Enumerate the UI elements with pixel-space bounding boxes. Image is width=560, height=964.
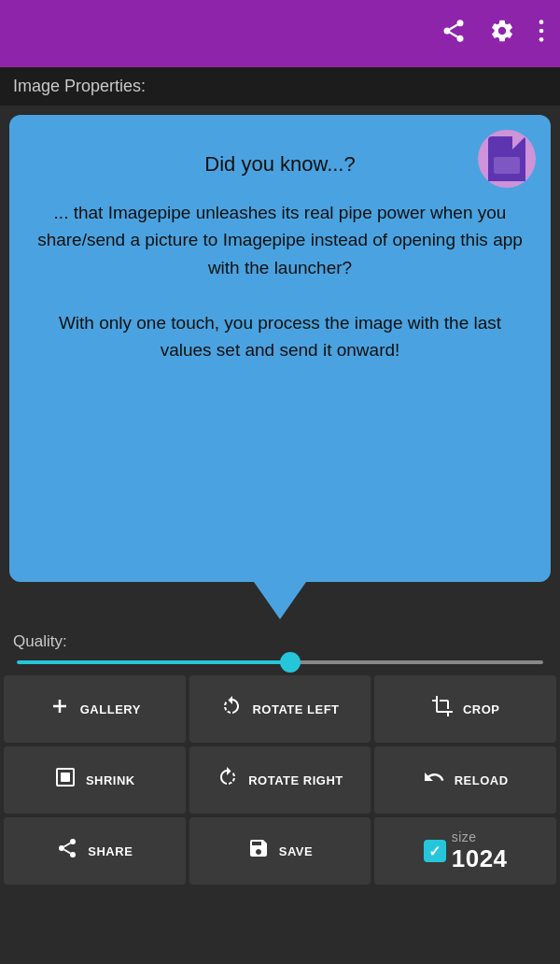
rotate-right-button[interactable]: ROTATE RIGHT [189,746,371,814]
svg-point-14 [70,852,76,858]
gallery-icon [49,695,71,723]
rotate-left-button[interactable]: ROTATE LEFT [189,675,371,743]
reload-button[interactable]: RELOAD [374,746,556,814]
share-button[interactable]: SHARE [4,817,186,885]
section-title: Image Properties: [13,77,146,95]
rotate-left-label: ROTATE LEFT [252,702,339,716]
shrink-button[interactable]: SHRINK [4,746,186,814]
info-card: Did you know...? ... that Imagepipe unle… [9,115,551,582]
svg-point-13 [59,845,64,851]
quality-section: Quality: [0,619,560,672]
bottom-row: SHARE SAVE ✓ size 1024 [0,817,560,888]
gallery-button[interactable]: GALLERY [4,675,186,743]
section-header: Image Properties: [0,67,560,106]
gallery-label: GALLERY [80,702,141,716]
shrink-label: SHRINK [86,773,135,787]
size-value: 1024 [452,844,508,873]
share-label: SHARE [88,844,133,858]
share-bottom-icon [56,837,78,865]
svg-point-12 [70,839,76,844]
crop-button[interactable]: CROP [374,675,556,743]
svg-point-0 [457,20,464,26]
svg-point-7 [539,37,544,42]
slider-container [13,660,547,664]
shrink-icon [54,766,77,794]
app-icon [478,130,536,188]
overflow-menu-icon[interactable] [538,18,545,50]
save-label: SAVE [279,844,313,858]
svg-point-2 [457,35,464,41]
svg-point-1 [444,27,451,34]
button-grid: GALLERY ROTATE LEFT CROP SHRINK [0,672,560,814]
rotate-right-label: ROTATE RIGHT [248,773,343,787]
share-icon[interactable] [441,18,467,50]
crop-icon [431,695,454,723]
size-checkbox: ✓ [424,840,446,862]
svg-point-6 [539,28,544,33]
size-box[interactable]: ✓ size 1024 [374,817,556,885]
bubble-tail [254,582,306,619]
save-icon [247,837,270,865]
quality-slider[interactable] [17,660,543,664]
reload-label: RELOAD [455,773,509,787]
svg-rect-11 [61,773,70,782]
size-label: size [452,829,477,844]
svg-line-4 [450,24,457,29]
svg-line-15 [64,850,71,854]
reload-icon [423,766,445,794]
rotate-right-icon [217,766,239,794]
svg-line-3 [450,32,457,36]
top-bar [0,0,560,67]
card-title: Did you know...? [32,152,528,177]
rotate-left-icon [220,695,243,723]
card-body: ... that Imagepipe unleashes its real pi… [32,199,528,364]
svg-line-16 [64,844,71,847]
quality-label: Quality: [13,632,547,651]
settings-icon[interactable] [489,18,515,50]
crop-label: CROP [463,702,500,716]
save-button[interactable]: SAVE [189,817,371,885]
svg-point-5 [539,20,544,24]
